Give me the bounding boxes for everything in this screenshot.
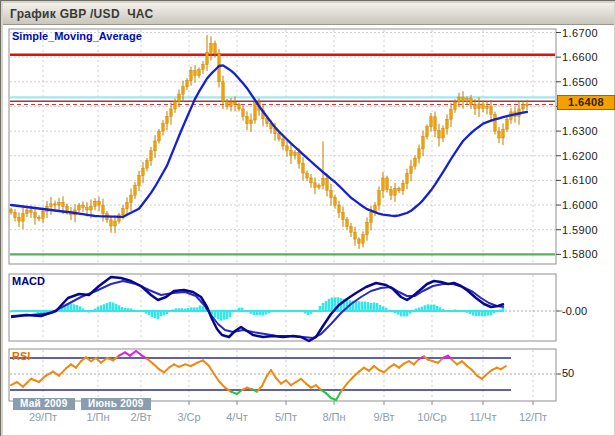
- rsi-segment: [11, 382, 17, 385]
- date-axis: 29/Пт1/Пн2/Вт3/Ср4/Чт5/Пт8/Пн9/Вт10/Ср11…: [1, 411, 615, 425]
- date-axis-label: 2/Вт: [130, 411, 151, 423]
- date-axis-label: 5/Пт: [275, 411, 297, 423]
- candle-body: [86, 208, 89, 210]
- candle-body: [462, 97, 465, 101]
- date-axis-label: 1/Пн: [86, 411, 109, 423]
- candle-body: [98, 201, 101, 205]
- candle-body: [526, 104, 529, 105]
- rsi-segment: [316, 385, 321, 390]
- rsi-segment: [286, 380, 291, 385]
- candle-body: [494, 114, 497, 131]
- sma-legend-label: Simple_Moving_Average: [12, 30, 142, 42]
- candle-body: [422, 137, 425, 149]
- rsi-segment: [219, 381, 225, 387]
- candle-body: [226, 102, 229, 107]
- rsi-segment: [326, 393, 331, 398]
- candle-body: [174, 102, 177, 109]
- candle-body: [126, 203, 129, 209]
- candle-body: [42, 211, 45, 218]
- candle-body: [90, 206, 93, 210]
- rsi-segment: [276, 378, 281, 384]
- candle-body: [306, 173, 309, 178]
- candle-body: [410, 166, 413, 173]
- rsi-segment: [203, 360, 209, 366]
- candle-body: [346, 219, 349, 226]
- month-badge-june: Июнь 2009: [81, 398, 151, 410]
- candle-body: [290, 150, 293, 155]
- rsi-segment: [414, 359, 419, 365]
- rsi-segment: [23, 379, 31, 387]
- candle-body: [370, 212, 373, 222]
- rsi-legend-label: RSI: [12, 350, 30, 362]
- date-axis-label: 3/Ср: [177, 411, 200, 423]
- candle-body: [162, 124, 165, 131]
- candle-body: [450, 109, 453, 119]
- candle-body: [238, 104, 241, 108]
- candle-body: [170, 109, 173, 116]
- candle-body: [182, 87, 185, 94]
- candle-body: [454, 102, 457, 109]
- candle-body: [150, 151, 153, 161]
- candle-body: [54, 204, 57, 205]
- candle-body: [490, 106, 493, 114]
- candle-body: [326, 178, 329, 190]
- date-axis-label: 12/Пт: [519, 411, 547, 423]
- candle-body: [18, 217, 21, 221]
- candle-body: [502, 129, 505, 138]
- candle-body: [38, 217, 41, 218]
- candle-body: [334, 198, 337, 205]
- chart-window: График GBP /USD ЧАС ❚❚ ▬ ▢ ✕ Simple_Movi…: [0, 0, 615, 436]
- candle-body: [430, 117, 433, 127]
- date-axis-label: 10/Ср: [417, 411, 446, 423]
- rsi-segment: [214, 374, 219, 381]
- candle-body: [130, 195, 133, 202]
- sma-line: [11, 65, 527, 217]
- rsi-segment: [153, 364, 159, 370]
- rsi-axis-value: 50: [562, 367, 574, 379]
- macd-axis-value: -0.00: [562, 305, 587, 317]
- candle-body: [222, 82, 225, 102]
- candle-body: [486, 106, 489, 108]
- titlebar[interactable]: График GBP /USD ЧАС: [3, 3, 614, 25]
- rsi-segment: [209, 366, 214, 374]
- candle-body: [146, 161, 149, 168]
- candle-body: [230, 102, 233, 106]
- rsi-segment: [59, 368, 66, 375]
- window-title: График GBP /USD ЧАС: [3, 7, 154, 21]
- candle-body: [78, 205, 81, 210]
- candle-body: [338, 205, 341, 212]
- candle-body: [142, 168, 145, 175]
- candle-body: [438, 131, 441, 138]
- chart-canvas[interactable]: [1, 1, 615, 436]
- candle-body: [390, 190, 393, 195]
- candle-body: [406, 173, 409, 183]
- candle-body: [202, 65, 205, 70]
- candle-body: [254, 103, 257, 120]
- rsi-segment: [17, 382, 23, 387]
- candle-body: [242, 109, 245, 116]
- candle-body: [478, 104, 481, 108]
- rsi-segment: [31, 379, 39, 382]
- candle-body: [414, 158, 417, 166]
- candle-body: [330, 190, 333, 197]
- candle-body: [178, 94, 181, 101]
- candle-body: [458, 97, 461, 102]
- rsi-segment: [301, 379, 306, 384]
- candle-body: [50, 204, 53, 206]
- candle-body: [66, 206, 69, 211]
- rsi-segment: [501, 366, 506, 369]
- candle-body: [426, 127, 429, 137]
- candle-body: [378, 191, 381, 205]
- candle-body: [362, 235, 365, 244]
- candle-body: [318, 185, 321, 187]
- rsi-segment: [472, 370, 477, 376]
- current-price-tag: 1.6408: [557, 95, 615, 110]
- rsi-segment: [96, 358, 101, 363]
- rsi-segment: [462, 361, 467, 366]
- candle-body: [310, 178, 313, 183]
- candle-body: [102, 205, 105, 214]
- date-axis-label: 9/Вт: [373, 411, 394, 423]
- rsi-segment: [147, 359, 153, 364]
- candle-body: [158, 131, 161, 141]
- candle-body: [302, 163, 305, 173]
